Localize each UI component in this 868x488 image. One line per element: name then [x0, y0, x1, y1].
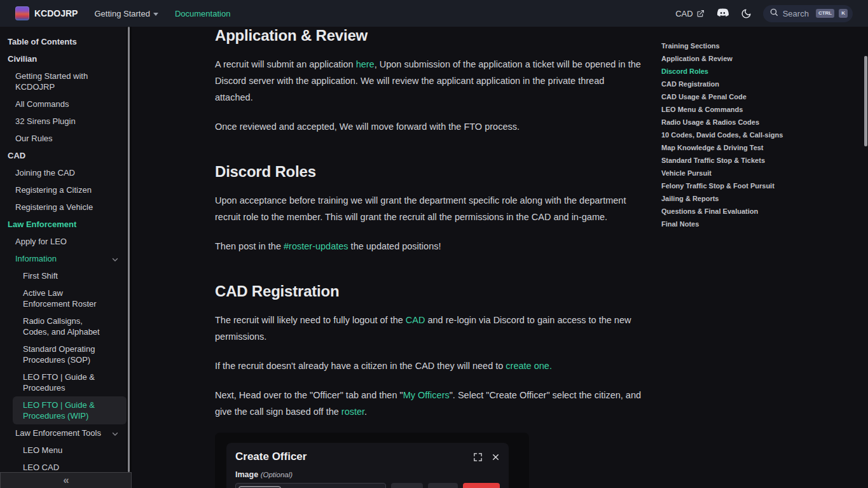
- sidebar-item-registering-a-citizen[interactable]: Registering a Citizen: [0, 181, 127, 199]
- section-heading: Discord Roles: [215, 163, 641, 181]
- inline-link-roster[interactable]: roster: [341, 407, 364, 417]
- close-icon[interactable]: [492, 453, 500, 461]
- paragraph: A recruit will submit an application her…: [215, 56, 641, 106]
- outline-item-questions-final-evaluation[interactable]: Questions & Final Evaluation: [661, 205, 852, 218]
- sidebar-item-leo-fto-guide-procedures[interactable]: LEO FTO | Guide & Procedures: [0, 368, 127, 396]
- sidebar-nav: Table of ContentsCivilianGetting Started…: [0, 27, 132, 488]
- sidebar-item-joining-the-cad[interactable]: Joining the CAD: [0, 164, 127, 181]
- sidebar-item-first-shift[interactable]: First Shift: [0, 267, 127, 284]
- doc-section-discord-roles: Discord RolesUpon acceptance before trai…: [215, 163, 641, 254]
- sidebar-collapse-button[interactable]: «: [0, 472, 132, 488]
- outline-item-10-codes-david-codes-call-signs[interactable]: 10 Codes, David Codes, & Call-signs: [661, 129, 852, 141]
- site-logo: [15, 6, 29, 20]
- sidebar-item-radio-callsigns-codes-and-alphabet[interactable]: Radio Callsigns, Codes, and Alphabet: [0, 312, 127, 340]
- create-officer-modal: Create Officer Image (Opt: [226, 443, 509, 488]
- modal-title: Create Officer: [235, 450, 473, 463]
- top-navbar: KCDOJRP Getting Started Documentation CA…: [0, 0, 868, 27]
- outline-item-training-sections[interactable]: Training Sections: [661, 39, 852, 52]
- nav-documentation[interactable]: Documentation: [175, 9, 230, 18]
- outline-item-map-knowledge-driving-test[interactable]: Map Knowledge & Driving Test: [661, 141, 852, 154]
- outline-item-vehicle-pursuit[interactable]: Vehicle Pursuit: [661, 167, 852, 179]
- page-outline: Training SectionsApplication & ReviewDis…: [661, 39, 852, 230]
- sidebar-item-law-enforcement-tools[interactable]: Law Enforcement Tools: [0, 424, 127, 442]
- sidebar-item-table-of-contents[interactable]: Table of Contents: [0, 33, 127, 50]
- discord-icon[interactable]: [716, 8, 729, 18]
- sidebar-item-32-sirens-plugin[interactable]: 32 Sirens Plugin: [0, 113, 127, 130]
- inline-link-create-one[interactable]: create one.: [506, 361, 552, 371]
- text-run: The recruit will likely need to fully lo…: [215, 315, 406, 325]
- sidebar-item-leo-fto-guide-procedures-wip[interactable]: LEO FTO | Guide & Procedures (WIP): [13, 396, 127, 424]
- section-heading: CAD Registration: [215, 282, 641, 300]
- text-run: the updated positions!: [348, 241, 441, 251]
- text-run: Next, Head over to the "Officer" tab and…: [215, 390, 403, 400]
- delete-button[interactable]: Delete: [463, 483, 500, 488]
- image-field-label: Image (Optional): [235, 470, 500, 479]
- paragraph: If the recruit doesn't already have a ci…: [215, 358, 641, 374]
- search-input[interactable]: Search CTRL K: [763, 5, 853, 22]
- inline-link-here[interactable]: here: [356, 59, 375, 69]
- paragraph: The recruit will likely need to fully lo…: [215, 312, 641, 345]
- search-placeholder: Search: [783, 9, 809, 18]
- text-run: If the recruit doesn't already have a ci…: [215, 361, 506, 371]
- outline-item-cad-registration[interactable]: CAD Registration: [661, 78, 852, 90]
- paragraph: Next, Head over to the "Officer" tab and…: [215, 387, 641, 420]
- outline-item-standard-traffic-stop-tickets[interactable]: Standard Traffic Stop & Tickets: [661, 154, 852, 167]
- section-heading: Application & Review: [215, 27, 641, 45]
- external-link-icon: [696, 10, 705, 18]
- page-scrollbar-thumb[interactable]: [864, 56, 867, 146]
- inline-link-my-officers[interactable]: My Officers: [403, 390, 450, 400]
- paragraph: Once reviewed and accepted, We will move…: [215, 118, 641, 135]
- nav-getting-started[interactable]: Getting Started: [94, 9, 158, 18]
- outline-item-jailing-reports[interactable]: Jailing & Reports: [661, 192, 852, 205]
- sidebar-item-our-rules[interactable]: Our Rules: [0, 130, 127, 147]
- caret-down-icon: [153, 13, 158, 16]
- sidebar-item-standard-operating-procedures-sop[interactable]: Standard Operating Procedures (SOP): [0, 340, 127, 368]
- outline-item-final-notes[interactable]: Final Notes: [661, 218, 852, 230]
- sidebar-item-civilian[interactable]: Civilian: [0, 50, 127, 67]
- collapse-chevrons-icon: «: [63, 474, 68, 487]
- outline-item-leo-menu-commands[interactable]: LEO Menu & Commands: [661, 103, 852, 116]
- sidebar-item-registering-a-vehicle[interactable]: Registering a Vehicle: [0, 199, 127, 216]
- create-officer-screenshot: Create Officer Image (Opt: [215, 433, 529, 488]
- image-file-input[interactable]: Browse... No file selected.: [235, 483, 386, 488]
- chevron-down-icon[interactable]: [111, 429, 119, 440]
- paragraph: Then post in the #roster-updates the upd…: [215, 238, 641, 254]
- sidebar-item-getting-started-with-kcdojrp[interactable]: Getting Started with KCDOJRP: [0, 67, 127, 95]
- outline-item-radio-usage-radios-codes[interactable]: Radio Usage & Radios Codes: [661, 116, 852, 129]
- left-sidebar: Table of ContentsCivilianGetting Started…: [0, 27, 132, 488]
- brand-home-link[interactable]: KCDOJRP: [15, 6, 78, 20]
- kbd-ctrl: CTRL: [816, 9, 834, 18]
- outline-item-discord-roles[interactable]: Discord Roles: [661, 65, 852, 78]
- text-run: Once reviewed and accepted, We will move…: [215, 122, 520, 132]
- doc-section-cad-registration: CAD RegistrationThe recruit will likely …: [215, 282, 641, 420]
- moon-theme-toggle-icon[interactable]: [741, 8, 752, 19]
- sidebar-item-information[interactable]: Information: [0, 250, 127, 267]
- url-button[interactable]: URL: [428, 483, 458, 488]
- outline-item-application-review[interactable]: Application & Review: [661, 52, 852, 65]
- chevron-down-icon[interactable]: [111, 255, 119, 266]
- search-icon: [769, 8, 778, 19]
- sidebar-scrollbar-thumb[interactable]: [128, 27, 130, 472]
- crop-button[interactable]: Crop: [391, 483, 423, 488]
- nav-cad-external-link[interactable]: CAD: [675, 9, 704, 18]
- paragraph: Upon acceptance before training we will …: [215, 192, 641, 225]
- text-run: A recruit will submit an application: [215, 59, 356, 69]
- sidebar-item-apply-for-leo[interactable]: Apply for LEO: [0, 233, 127, 250]
- text-run: .: [364, 407, 367, 417]
- optional-hint: (Optional): [261, 471, 293, 478]
- expand-icon[interactable]: [473, 452, 483, 462]
- outline-item-cad-usage-penal-code[interactable]: CAD Usage & Penal Code: [661, 90, 852, 103]
- sidebar-item-leo-menu[interactable]: LEO Menu: [0, 442, 127, 459]
- sidebar-item-all-commands[interactable]: All Commands: [0, 95, 127, 113]
- doc-section-application-review: Application & ReviewA recruit will submi…: [215, 27, 641, 135]
- doc-content: Application & ReviewA recruit will submi…: [215, 27, 641, 488]
- outline-item-felony-traffic-stop-foot-pursuit[interactable]: Felony Traffic Stop & Foot Pursuit: [661, 179, 852, 192]
- sidebar-item-active-law-enforcement-roster[interactable]: Active Law Enforcement Roster: [0, 284, 127, 312]
- browse-button[interactable]: Browse...: [238, 486, 281, 488]
- sidebar-item-cad[interactable]: CAD: [0, 147, 127, 164]
- kbd-k: K: [839, 9, 848, 18]
- sidebar-item-law-enforcement[interactable]: Law Enforcement: [0, 216, 127, 233]
- inline-link-cad[interactable]: CAD: [406, 315, 425, 325]
- sidebar-scrollbar[interactable]: [127, 27, 132, 472]
- inline-link-roster-updates[interactable]: #roster-updates: [284, 241, 348, 251]
